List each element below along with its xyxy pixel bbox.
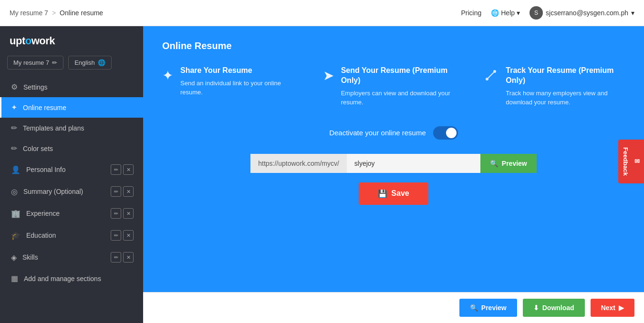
feature-send: ➤ Send Your Resume (Premium Only) Employ…	[323, 66, 465, 107]
user-email: sjcserrano@sysgen.com.ph	[546, 9, 628, 17]
sidebar-icon-settings: ⚙	[11, 82, 18, 91]
language-button[interactable]: English 🌐	[68, 56, 112, 70]
language-label: English	[74, 59, 95, 66]
svg-line-2	[488, 72, 494, 78]
sidebar-item-left-settings: ⚙ Settings	[11, 82, 48, 91]
url-slug-input[interactable]	[347, 154, 480, 173]
features-row: ✦ Share Your Resume Send an individual l…	[162, 66, 625, 107]
sidebar-item-label-color-sets: Color sets	[23, 145, 53, 152]
sidebar-item-online-resume[interactable]: ✦ Online resume	[0, 97, 143, 118]
breadcrumb-current: Online resume	[60, 9, 103, 17]
sidebar-item-left-experience: 🏢 Experience	[11, 209, 60, 218]
sidebar-item-templates[interactable]: ✏ Templates and plans	[0, 118, 143, 138]
edit-icon-education[interactable]: ✏	[111, 230, 121, 241]
sidebar-item-label-education: Education	[26, 232, 56, 239]
top-nav-right: Pricing 🌐 Help ▾ S sjcserrano@sysgen.com…	[461, 6, 634, 20]
sidebar-item-label-online-resume: Online resume	[23, 104, 66, 111]
globe-icon: 🌐	[98, 59, 105, 66]
bottom-download-button[interactable]: ⬇ Download	[523, 299, 585, 317]
sidebar-icon-templates: ✏	[11, 123, 17, 132]
sidebar-icon-add-sections: ▦	[11, 274, 18, 283]
sidebar-item-left-online-resume: ✦ Online resume	[11, 103, 66, 112]
bottom-preview-button[interactable]: 🔍 Preview	[459, 299, 517, 317]
inline-preview-label: Preview	[502, 160, 527, 167]
user-menu[interactable]: S sjcserrano@sysgen.com.ph ▾	[530, 6, 634, 20]
delete-icon-summary[interactable]: ✕	[123, 186, 134, 197]
sidebar-icon-education: 🎓	[11, 231, 21, 240]
inline-preview-button[interactable]: 🔍 Preview	[480, 154, 537, 173]
breadcrumb: My resume 7 > Online resume	[10, 9, 103, 17]
delete-icon-skills[interactable]: ✕	[123, 252, 134, 262]
save-button[interactable]: 💾 Save	[359, 182, 428, 205]
sidebar-item-label-summary: Summary (Optional)	[23, 188, 83, 195]
sidebar-nav: ⚙ Settings ✦ Online resume ✏ Templates a…	[0, 77, 143, 323]
sidebar: uptowork My resume 7 ✏ English 🌐 ⚙ Setti…	[0, 26, 143, 323]
sidebar-item-skills[interactable]: ◈ Skills ✏ ✕	[0, 246, 143, 268]
feature-share-content: Share Your Resume Send an individual lin…	[180, 66, 304, 107]
share-icon: ✦	[162, 68, 173, 107]
content-area: Online Resume ✦ Share Your Resume Send a…	[143, 26, 644, 323]
sidebar-item-actions-personal-info: ✏ ✕	[111, 164, 134, 175]
delete-icon-experience[interactable]: ✕	[123, 208, 134, 219]
breadcrumb-separator: >	[52, 9, 56, 17]
send-icon: ➤	[323, 68, 334, 107]
sidebar-item-left-education: 🎓 Education	[11, 231, 56, 240]
mail-icon: ✉	[633, 158, 640, 165]
resume-label: My resume 7	[13, 59, 49, 66]
online-resume-panel: Online Resume ✦ Share Your Resume Send a…	[143, 26, 644, 292]
sidebar-item-add-sections[interactable]: ▦ Add and manage sections	[0, 268, 143, 289]
sidebar-icon-skills: ◈	[11, 253, 17, 262]
sidebar-controls: My resume 7 ✏ English 🌐	[0, 56, 143, 77]
save-label: Save	[391, 189, 409, 198]
sidebar-item-personal-info[interactable]: 👤 Personal Info ✏ ✕	[0, 159, 143, 181]
sidebar-item-actions-experience: ✏ ✕	[111, 208, 134, 219]
my-resume-button[interactable]: My resume 7 ✏	[7, 56, 63, 70]
url-row: https://uptowork.com/mycv/ 🔍 Preview	[162, 154, 625, 173]
feature-share-desc: Send an individual link to your online r…	[180, 79, 304, 97]
edit-icon-summary[interactable]: ✏	[111, 186, 121, 197]
sidebar-item-summary[interactable]: ◎ Summary (Optional) ✏ ✕	[0, 181, 143, 202]
sidebar-item-label-add-sections: Add and manage sections	[24, 275, 101, 283]
bottom-next-label: Next	[601, 304, 615, 312]
feedback-tab[interactable]: ✉ Feedback	[618, 140, 644, 183]
pricing-link[interactable]: Pricing	[461, 9, 481, 17]
top-navigation: My resume 7 > Online resume Pricing 🌐 He…	[0, 0, 644, 26]
sidebar-item-left-templates: ✏ Templates and plans	[11, 123, 84, 132]
sidebar-item-actions-skills: ✏ ✕	[111, 252, 134, 262]
sidebar-item-actions-education: ✏ ✕	[111, 230, 134, 241]
sidebar-item-color-sets[interactable]: ✏ Color sets	[0, 138, 143, 159]
deactivate-label: Deactivate your online resume	[329, 129, 426, 137]
globe-icon: 🌐	[491, 9, 499, 17]
save-icon: 💾	[378, 189, 387, 198]
deactivate-toggle[interactable]	[433, 126, 458, 140]
sidebar-item-education[interactable]: 🎓 Education ✏ ✕	[0, 224, 143, 246]
download-icon: ⬇	[533, 304, 539, 312]
search-icon: 🔍	[470, 304, 478, 312]
chevron-down-icon: ▾	[631, 9, 634, 17]
deactivate-toggle-row: Deactivate your online resume	[162, 126, 625, 140]
sidebar-item-label-templates: Templates and plans	[23, 124, 84, 132]
sidebar-item-left-summary: ◎ Summary (Optional)	[11, 187, 83, 196]
edit-icon-skills[interactable]: ✏	[111, 252, 121, 262]
breadcrumb-resume-link[interactable]: My resume 7	[10, 9, 48, 17]
bottom-preview-label: Preview	[481, 304, 507, 312]
delete-icon-education[interactable]: ✕	[123, 230, 134, 241]
bottom-download-label: Download	[542, 304, 574, 312]
arrow-right-icon: ▶	[619, 304, 624, 312]
feature-track: Track Your Resume (Premium Only) Track h…	[483, 66, 625, 107]
sidebar-item-label-settings: Settings	[23, 83, 48, 91]
feedback-label: Feedback	[622, 147, 629, 176]
delete-icon-personal-info[interactable]: ✕	[123, 164, 134, 175]
pencil-icon: ✏	[52, 59, 57, 66]
help-menu[interactable]: 🌐 Help ▾	[491, 9, 520, 17]
sidebar-icon-online-resume: ✦	[11, 103, 17, 112]
sidebar-item-settings[interactable]: ⚙ Settings	[0, 77, 143, 97]
edit-icon-experience[interactable]: ✏	[111, 208, 121, 219]
logo: uptowork	[0, 26, 143, 56]
sidebar-item-experience[interactable]: 🏢 Experience ✏ ✕	[0, 202, 143, 224]
edit-icon-personal-info[interactable]: ✏	[111, 164, 121, 175]
sidebar-item-left-skills: ◈ Skills	[11, 253, 38, 262]
panel-title: Online Resume	[162, 40, 625, 51]
bottom-next-button[interactable]: Next ▶	[591, 299, 634, 317]
feature-send-desc: Employers can view and download your res…	[341, 89, 465, 107]
